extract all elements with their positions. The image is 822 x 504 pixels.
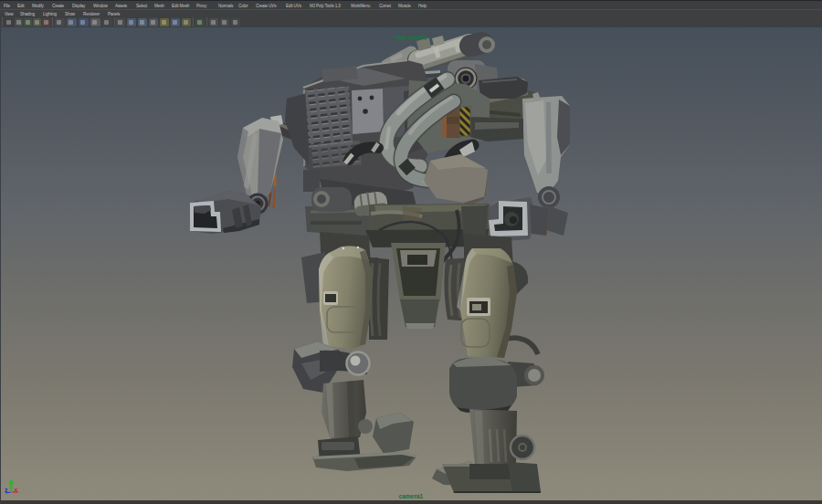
svg-text:z: z — [5, 487, 8, 493]
svg-text:y: y — [9, 481, 13, 488]
svg-text:x: x — [15, 487, 18, 493]
